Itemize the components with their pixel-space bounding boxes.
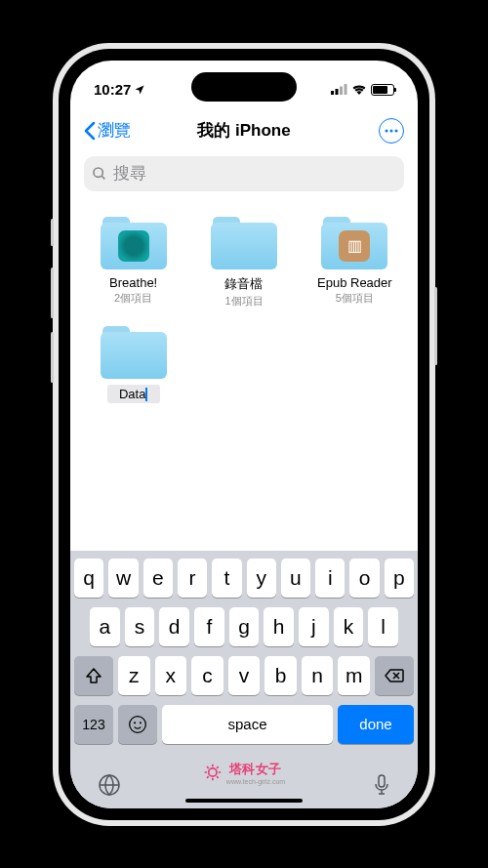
logo-icon (203, 763, 223, 782)
book-icon: ▥ (339, 230, 370, 262)
emoji-icon (128, 715, 147, 734)
folder-count: 5個項目 (336, 291, 374, 306)
page-title: 我的 iPhone (197, 119, 290, 142)
key-r[interactable]: r (178, 558, 207, 598)
key-g[interactable]: g (229, 607, 260, 646)
keyboard-row-4: 123 space done (74, 705, 414, 744)
back-button[interactable]: 瀏覽 (84, 119, 131, 142)
volume-up-button (51, 268, 54, 318)
key-m[interactable]: m (338, 656, 370, 695)
watermark: 塔科女子 www.tech-girlz.com (203, 761, 285, 785)
key-u[interactable]: u (281, 558, 310, 598)
svg-point-12 (209, 768, 217, 776)
search-placeholder: 搜尋 (113, 162, 146, 185)
key-c[interactable]: c (191, 656, 224, 695)
key-s[interactable]: s (125, 607, 155, 646)
key-e[interactable]: e (143, 558, 173, 598)
screen: 10:27 瀏覽 我的 iPhone (70, 61, 418, 808)
key-k[interactable]: k (334, 607, 364, 646)
done-key[interactable]: done (338, 705, 414, 744)
folder-item-recordings[interactable]: 錄音檔 1個項目 (194, 217, 293, 309)
backspace-key[interactable] (375, 656, 414, 695)
svg-point-9 (135, 722, 136, 723)
more-icon (385, 129, 398, 133)
svg-point-7 (94, 168, 102, 177)
folder-item-epub[interactable]: ▥ Epub Reader 5個項目 (305, 217, 404, 309)
key-y[interactable]: y (247, 558, 276, 598)
volume-down-button (51, 332, 54, 383)
wifi-icon (351, 84, 367, 95)
shift-key[interactable] (74, 656, 113, 695)
key-b[interactable]: b (264, 656, 297, 695)
globe-key[interactable] (98, 773, 121, 803)
keyboard-row-1: q w e r t y u i o p (74, 558, 414, 598)
backspace-icon (384, 668, 405, 683)
shift-icon (85, 668, 102, 683)
folder-icon (211, 217, 277, 269)
side-button (51, 219, 54, 246)
svg-rect-13 (379, 775, 385, 787)
folder-icon (101, 217, 167, 269)
location-icon (134, 84, 145, 96)
battery-icon (371, 84, 394, 96)
more-button[interactable] (379, 118, 404, 144)
key-j[interactable]: j (299, 607, 329, 646)
folder-name: 錄音檔 (224, 275, 263, 293)
svg-rect-3 (345, 84, 347, 95)
dynamic-island (191, 72, 297, 102)
svg-point-4 (386, 129, 388, 132)
key-f[interactable]: f (194, 607, 224, 646)
phone-frame: 10:27 瀏覽 我的 iPhone (53, 43, 435, 826)
key-n[interactable]: n (302, 656, 334, 695)
svg-rect-0 (331, 91, 334, 95)
folder-icon (101, 326, 167, 379)
keyboard-row-2: a s d f g h j k l (74, 607, 414, 646)
key-x[interactable]: x (155, 656, 187, 695)
search-icon (92, 166, 107, 182)
back-label: 瀏覽 (98, 119, 131, 142)
folder-name: Epub Reader (317, 275, 392, 290)
space-key[interactable]: space (162, 705, 333, 744)
folder-name: Breathe! (109, 275, 157, 290)
key-p[interactable]: p (385, 558, 414, 598)
nav-bar: 瀏覽 我的 iPhone (70, 109, 418, 152)
folder-grid: Breathe! 2個項目 錄音檔 1個項目 (70, 201, 418, 551)
emoji-key[interactable] (118, 705, 157, 744)
keyboard: q w e r t y u i o p a s d f g h (70, 551, 418, 758)
folder-item-breathe[interactable]: Breathe! 2個項目 (84, 217, 183, 309)
folder-item-new[interactable]: Data (84, 326, 183, 404)
power-button (434, 287, 437, 365)
key-d[interactable]: d (159, 607, 189, 646)
key-q[interactable]: q (74, 558, 103, 598)
key-v[interactable]: v (228, 656, 261, 695)
svg-point-8 (130, 716, 146, 732)
mic-key[interactable] (373, 773, 390, 803)
keyboard-row-3: z x c v b n m (74, 656, 414, 695)
globe-icon (98, 773, 121, 797)
folder-count: 2個項目 (114, 291, 152, 306)
key-i[interactable]: i (315, 558, 345, 598)
numeric-key[interactable]: 123 (74, 705, 113, 744)
folder-count: 1個項目 (224, 294, 263, 309)
mic-icon (373, 773, 390, 797)
svg-point-10 (141, 722, 142, 723)
svg-rect-1 (336, 89, 339, 95)
key-w[interactable]: w (108, 558, 138, 598)
key-l[interactable]: l (368, 607, 398, 646)
key-a[interactable]: a (90, 607, 120, 646)
key-t[interactable]: t (212, 558, 241, 598)
chevron-left-icon (84, 121, 96, 141)
search-input[interactable]: 搜尋 (84, 156, 404, 191)
cellular-icon (331, 84, 347, 95)
svg-rect-2 (340, 87, 343, 96)
key-h[interactable]: h (264, 607, 294, 646)
home-indicator[interactable] (185, 799, 303, 803)
key-o[interactable]: o (349, 558, 379, 598)
svg-point-6 (395, 129, 398, 132)
status-time: 10:27 (94, 81, 131, 98)
svg-point-5 (390, 129, 393, 132)
key-z[interactable]: z (118, 656, 150, 695)
folder-icon: ▥ (321, 217, 387, 269)
folder-rename-input[interactable]: Data (107, 385, 160, 404)
